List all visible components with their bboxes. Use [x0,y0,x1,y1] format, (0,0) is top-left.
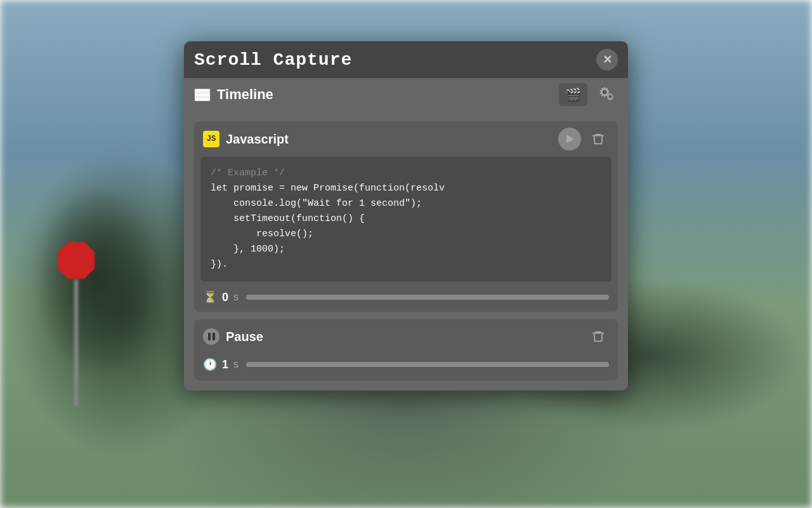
javascript-card-title: Javascript [226,132,552,147]
code-line-7: }). [211,257,601,272]
pause-bars [208,333,215,340]
pause-timer-unit: s [233,359,239,370]
settings-button[interactable] [595,83,618,106]
code-line-1: /* Example */ [211,166,601,181]
code-line-6: }, 1000); [211,242,601,257]
delete-javascript-button[interactable] [587,128,609,150]
hamburger-line-1 [195,90,209,91]
toolbar: Timeline 🎬 [184,78,628,111]
svg-point-3 [609,95,612,98]
js-icon: JS [203,131,219,147]
toolbar-left: Timeline [194,86,551,103]
pause-card: Pause 🕐 1 s [194,319,618,380]
hamburger-line-2 [195,94,209,96]
main-overlay: Scroll Capture ✕ Timeline 🎬 [0,0,812,508]
pause-timer-row: 🕐 1 s [194,354,618,380]
pause-bar-left [208,333,211,340]
pause-card-header: Pause [194,319,618,354]
gear-icon [596,84,617,104]
pause-timer-bar [246,362,609,367]
javascript-card-header: JS Javascript [194,121,618,157]
hourglass-icon: ⏳ [203,290,217,304]
window-title: Scroll Capture [194,50,352,70]
clock-icon: 🕐 [203,358,217,371]
code-line-2: let promise = new Promise(function(resol… [211,181,601,196]
app-window: Scroll Capture ✕ Timeline 🎬 [184,41,628,391]
javascript-timer-unit: s [233,291,239,303]
trash-icon [591,132,605,146]
play-button[interactable] [558,128,581,150]
pause-card-title: Pause [226,330,581,344]
code-line-5: resolve(); [211,227,601,242]
code-editor[interactable]: /* Example */ let promise = new Promise(… [200,157,612,281]
hamburger-menu-button[interactable] [194,88,211,102]
delete-pause-button[interactable] [587,326,609,347]
content-area: JS Javascript /* Example */ let promise … [184,111,628,391]
play-triangle-icon [566,135,574,144]
pause-bar-right [213,333,215,340]
pause-timer-value: 1 [222,358,228,371]
hamburger-line-3 [195,98,209,100]
pause-icon [203,328,219,345]
javascript-timer-row: ⏳ 0 s [194,286,618,312]
title-bar: Scroll Capture ✕ [184,41,628,78]
toolbar-title: Timeline [217,86,273,103]
video-camera-icon: 🎬 [565,87,581,102]
close-icon: ✕ [603,53,612,67]
javascript-timer-value: 0 [222,291,228,304]
javascript-timer-bar [246,295,609,300]
close-button[interactable]: ✕ [596,49,618,70]
javascript-card: JS Javascript /* Example */ let promise … [194,121,618,312]
trash-icon-pause [591,330,605,344]
svg-point-1 [603,90,607,94]
code-line-3: console.log("Wait for 1 second"); [211,196,601,211]
video-button[interactable]: 🎬 [559,83,587,106]
code-line-4: setTimeout(function() { [211,211,601,227]
